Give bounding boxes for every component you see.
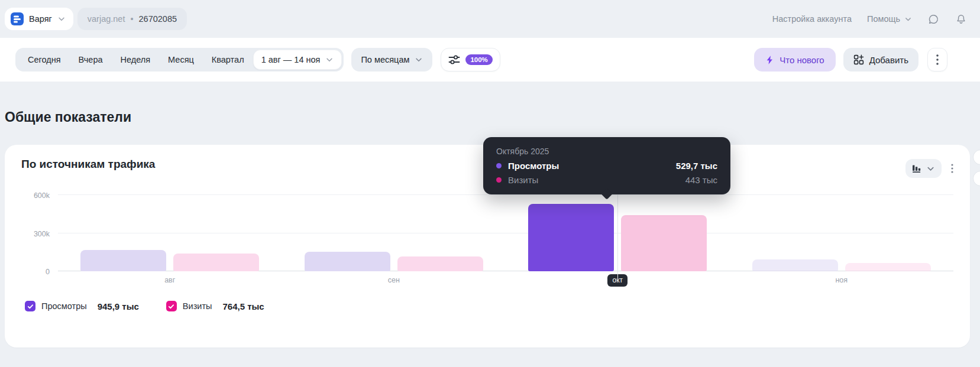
edge-floating-button[interactable]	[973, 150, 980, 165]
x-axis-labels: авгсеноктноя	[58, 276, 953, 284]
quick-range-button[interactable]: Месяц	[159, 48, 203, 72]
sliders-icon	[448, 54, 460, 65]
quick-ranges: СегодняВчераНеделяМесяцКвартал	[19, 48, 253, 72]
bell-icon	[955, 13, 967, 25]
bar-visits-m1[interactable]	[397, 256, 483, 271]
bar-views-m1[interactable]	[305, 252, 390, 271]
chevron-down-icon	[415, 56, 423, 64]
widget-controls	[905, 159, 953, 178]
counter-site: varjag.net	[88, 14, 125, 24]
bar-visits-m0[interactable]	[173, 254, 259, 271]
dot-separator: •	[130, 14, 133, 24]
grouping-select[interactable]: По месяцам	[351, 48, 432, 72]
bar-group-1	[282, 181, 506, 271]
tooltip-metric-name: Визиты	[508, 175, 538, 185]
counter-name: Варяг	[29, 14, 52, 24]
toolbar: СегодняВчераНеделяМесяцКвартал 1 авг — 1…	[0, 38, 980, 82]
bar-group-2	[506, 181, 730, 271]
tooltip-metric-value: 529,7 тыс	[676, 161, 717, 171]
y-axis-tick-label: 300k	[34, 230, 50, 238]
chart-area: 0300k600k	[21, 181, 953, 271]
bar-group-0	[58, 181, 282, 271]
sampling-badge: 100%	[465, 54, 492, 65]
metrica-page: Варяг varjag.net • 26702085 Настройка ак…	[0, 0, 980, 367]
notifications-button[interactable]	[955, 13, 967, 25]
tooltip-row: Просмотры529,7 тыс	[496, 161, 717, 171]
add-widget-icon	[853, 54, 864, 65]
legend-metric-name: Визиты	[183, 301, 212, 311]
x-axis-cell: ноя	[730, 276, 954, 284]
toolbar-left: СегодняВчераНеделяМесяцКвартал 1 авг — 1…	[15, 48, 500, 72]
x-axis-label: ноя	[835, 276, 848, 284]
chart-legend: Просмотры945,9 тысВизиты764,5 тыс	[25, 301, 953, 311]
kebab-icon	[936, 54, 939, 65]
bar-groups	[58, 181, 953, 271]
legend-metric-value: 764,5 тыс	[222, 301, 264, 311]
bar-views-m3[interactable]	[752, 259, 838, 271]
chevron-down-icon	[57, 15, 66, 23]
edge-floating-button[interactable]	[973, 171, 980, 186]
x-axis-label: авг	[164, 276, 175, 284]
legend-item-visits: Визиты764,5 тыс	[166, 301, 264, 311]
counter-switcher[interactable]: Варяг	[5, 8, 73, 30]
chat-button[interactable]	[927, 13, 940, 25]
whats-new-button[interactable]: Что нового	[754, 48, 835, 72]
page-title: Общие показатели	[5, 109, 980, 125]
plot-area	[58, 181, 953, 271]
visits-dot-icon	[496, 177, 502, 183]
sampling-filter-button[interactable]: 100%	[441, 48, 500, 72]
date-range-value: 1 авг — 14 ноя	[261, 55, 321, 64]
y-axis-tick-label: 0	[46, 268, 50, 276]
y-axis: 0300k600k	[21, 181, 58, 271]
quick-range-button[interactable]: Вчера	[70, 48, 112, 72]
chevron-down-icon	[325, 56, 334, 64]
counter-id: 26702085	[139, 14, 177, 24]
widget-title: По источникам трафика	[21, 158, 155, 171]
bar-visits-m2[interactable]	[621, 215, 707, 271]
tooltip-metric-value: 443 тыс	[685, 175, 717, 185]
lightning-icon	[765, 55, 774, 65]
bar-visits-m3[interactable]	[845, 263, 931, 271]
quick-range-button[interactable]: Неделя	[112, 48, 160, 72]
chevron-down-icon	[926, 164, 935, 173]
tooltip-metric-name: Просмотры	[508, 161, 559, 171]
chart-type-select[interactable]	[905, 159, 942, 178]
date-range-picker[interactable]: 1 авг — 14 ноя	[253, 50, 342, 70]
x-axis-label: сен	[388, 276, 400, 284]
check-icon	[27, 303, 34, 310]
toolbar-more-button[interactable]	[927, 48, 947, 72]
topbar: Варяг varjag.net • 26702085 Настройка ак…	[0, 0, 980, 38]
legend-metric-value: 945,9 тыс	[98, 301, 139, 311]
counter-info-pill[interactable]: varjag.net • 26702085	[77, 8, 187, 30]
views-dot-icon	[496, 163, 502, 168]
add-widget-button[interactable]: Добавить	[843, 48, 918, 72]
chart-tooltip: Октябрь 2025 Просмотры529,7 тысВизиты443…	[483, 137, 730, 194]
quick-range-button[interactable]: Квартал	[203, 48, 253, 72]
widget-more-button[interactable]	[951, 164, 953, 173]
bar-views-m0[interactable]	[80, 250, 166, 272]
tooltip-title: Октябрь 2025	[496, 147, 717, 156]
bar-views-m2[interactable]	[528, 204, 614, 271]
date-range-group: СегодняВчераНеделяМесяцКвартал 1 авг — 1…	[15, 48, 344, 72]
visits-checkbox[interactable]	[166, 301, 177, 311]
check-icon	[168, 303, 174, 310]
x-axis: авгсеноктноя	[21, 274, 953, 287]
kebab-icon	[951, 164, 953, 173]
chat-icon	[927, 13, 940, 25]
account-settings-link[interactable]: Настройка аккаунта	[772, 14, 852, 24]
tooltip-rows: Просмотры529,7 тысВизиты443 тыс	[496, 161, 717, 185]
quick-range-button[interactable]: Сегодня	[19, 48, 70, 72]
x-axis-cell: сен	[282, 276, 506, 284]
help-menu[interactable]: Помощь	[867, 14, 912, 24]
topbar-right: Настройка аккаунта Помощь	[772, 13, 967, 25]
chevron-down-icon	[904, 15, 912, 23]
y-axis-tick-label: 600k	[34, 191, 50, 200]
grouping-value: По месяцам	[361, 55, 409, 64]
toolbar-right: Что нового Добавить	[754, 48, 947, 72]
topbar-left: Варяг varjag.net • 26702085	[5, 8, 187, 30]
legend-item-views: Просмотры945,9 тыс	[25, 301, 139, 311]
views-checkbox[interactable]	[25, 301, 35, 311]
metrica-logo-icon	[11, 12, 24, 25]
x-axis-cell: авг	[58, 276, 282, 284]
bar-group-3	[730, 181, 954, 271]
